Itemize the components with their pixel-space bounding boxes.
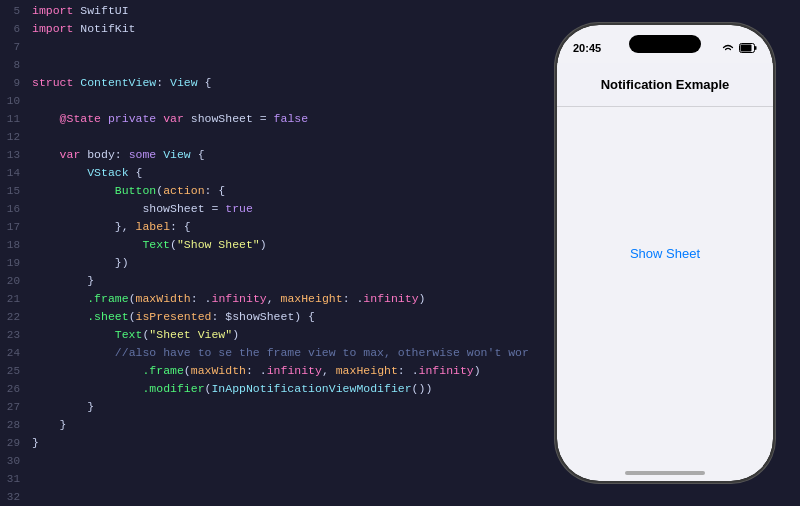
line-number: 32 [0, 491, 32, 503]
line-number: 9 [0, 77, 32, 89]
line-content: .frame(maxWidth: .infinity, maxHeight: .… [32, 364, 481, 377]
line-number: 25 [0, 365, 32, 377]
dynamic-island [629, 35, 701, 53]
code-line: 22 .sheet(isPresented: $showSheet) { [0, 310, 530, 328]
phone-frame: 20:45 [555, 23, 775, 483]
phone-screen: 20:45 [557, 25, 773, 481]
line-content: .sheet(isPresented: $showSheet) { [32, 310, 315, 323]
line-content [32, 94, 39, 107]
line-content: }, label: { [32, 220, 191, 233]
code-line: 27 } [0, 400, 530, 418]
line-number: 5 [0, 5, 32, 17]
code-line: 26 .modifier(InAppNotificationViewModifi… [0, 382, 530, 400]
line-content [32, 130, 39, 143]
code-line: 13 var body: some View { [0, 148, 530, 166]
line-number: 27 [0, 401, 32, 413]
line-number: 22 [0, 311, 32, 323]
code-line: 32 [0, 490, 530, 506]
line-number: 29 [0, 437, 32, 449]
line-number: 10 [0, 95, 32, 107]
code-line: 14 VStack { [0, 166, 530, 184]
phone-preview: 20:45 [530, 0, 800, 506]
line-content: }) [32, 256, 129, 269]
code-line: 28 } [0, 418, 530, 436]
code-editor: 5import SwiftUI6import NotifKit7 8 9stru… [0, 0, 530, 506]
line-content [32, 490, 39, 503]
line-content: Button(action: { [32, 184, 225, 197]
code-line: 21 .frame(maxWidth: .infinity, maxHeight… [0, 292, 530, 310]
code-line: 17 }, label: { [0, 220, 530, 238]
line-number: 23 [0, 329, 32, 341]
line-number: 6 [0, 23, 32, 35]
line-content: Text("Sheet View") [32, 328, 239, 341]
line-content: import SwiftUI [32, 4, 129, 17]
line-content: var body: some View { [32, 148, 205, 161]
line-content: struct ContentView: View { [32, 76, 211, 89]
code-line: 10 [0, 94, 530, 112]
code-line: 8 [0, 58, 530, 76]
navigation-bar: Notification Exmaple [557, 63, 773, 107]
code-line: 19 }) [0, 256, 530, 274]
line-number: 12 [0, 131, 32, 143]
line-content [32, 40, 39, 53]
code-line: 5import SwiftUI [0, 4, 530, 22]
line-number: 13 [0, 149, 32, 161]
line-content [32, 58, 39, 71]
code-line: 25 .frame(maxWidth: .infinity, maxHeight… [0, 364, 530, 382]
line-number: 20 [0, 275, 32, 287]
line-number: 15 [0, 185, 32, 197]
code-line: 18 Text("Show Sheet") [0, 238, 530, 256]
status-icons [721, 43, 757, 53]
code-line: 9struct ContentView: View { [0, 76, 530, 94]
svg-rect-2 [741, 45, 752, 52]
line-number: 24 [0, 347, 32, 359]
line-content: showSheet = true [32, 202, 253, 215]
show-sheet-button[interactable]: Show Sheet [630, 246, 700, 261]
line-number: 14 [0, 167, 32, 179]
line-number: 7 [0, 41, 32, 53]
line-number: 31 [0, 473, 32, 485]
code-line: 31 [0, 472, 530, 490]
code-line: 7 [0, 40, 530, 58]
line-number: 28 [0, 419, 32, 431]
code-line: 23 Text("Sheet View") [0, 328, 530, 346]
line-number: 19 [0, 257, 32, 269]
line-number: 30 [0, 455, 32, 467]
line-content: } [32, 436, 39, 449]
line-number: 8 [0, 59, 32, 71]
line-content: } [32, 418, 67, 431]
line-content: } [32, 400, 94, 413]
line-content [32, 454, 39, 467]
code-line: 12 [0, 130, 530, 148]
code-line: 11 @State private var showSheet = false [0, 112, 530, 130]
home-indicator [625, 471, 705, 475]
status-time: 20:45 [573, 42, 601, 54]
code-line: 6import NotifKit [0, 22, 530, 40]
code-line: 30 [0, 454, 530, 472]
line-number: 26 [0, 383, 32, 395]
battery-icon [739, 43, 757, 53]
line-number: 16 [0, 203, 32, 215]
code-line: 24 //also have to se the frame view to m… [0, 346, 530, 364]
wifi-icon [721, 43, 735, 53]
line-number: 17 [0, 221, 32, 233]
nav-title: Notification Exmaple [601, 77, 730, 92]
line-content: .modifier(InAppNotificationViewModifier(… [32, 382, 432, 395]
line-content: } [32, 274, 94, 287]
svg-rect-1 [755, 46, 757, 50]
line-content: //also have to se the frame view to max,… [32, 346, 530, 359]
code-line: 20 } [0, 274, 530, 292]
line-content: VStack { [32, 166, 142, 179]
line-number: 18 [0, 239, 32, 251]
code-line: 15 Button(action: { [0, 184, 530, 202]
line-number: 21 [0, 293, 32, 305]
line-number: 11 [0, 113, 32, 125]
line-content: @State private var showSheet = false [32, 112, 308, 125]
line-content: import NotifKit [32, 22, 136, 35]
line-content [32, 472, 39, 485]
code-line: 16 showSheet = true [0, 202, 530, 220]
line-content: .frame(maxWidth: .infinity, maxHeight: .… [32, 292, 425, 305]
line-content: Text("Show Sheet") [32, 238, 267, 251]
code-line: 29} [0, 436, 530, 454]
